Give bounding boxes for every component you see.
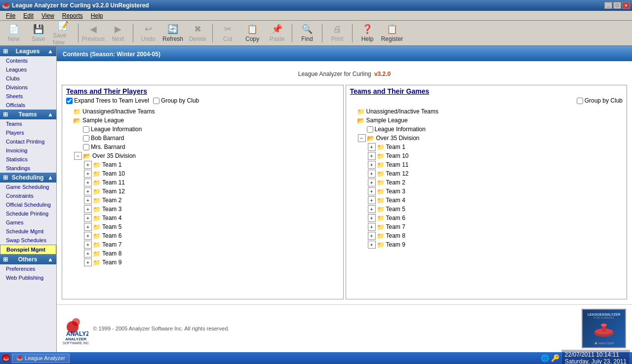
tree-node[interactable]: 📂Sample League [348,116,625,125]
menu-help[interactable]: Help [87,11,107,20]
tree-node[interactable]: +📁Team 5 [64,222,341,231]
tree-item-checkbox[interactable] [83,135,89,142]
tree-node[interactable]: +📁Team 9 [348,240,625,249]
toolbar-paste-button[interactable]: 📌 Paste [265,22,289,44]
tree-node[interactable]: +📁Team 1 [64,160,341,169]
tree-expander[interactable]: + [84,196,92,204]
close-button[interactable]: × [622,2,630,9]
sidebar-scheduling-header[interactable]: ⊞ Scheduling ▲ [0,173,56,182]
tree-node[interactable]: +📁Team 6 [348,214,625,222]
sidebar-item-preferences[interactable]: Preferences [0,264,56,273]
tree-item-checkbox[interactable] [83,144,89,150]
toolbar-refresh-button[interactable]: 🔄 Refresh [161,22,185,44]
sidebar-teams-header[interactable]: ⊞ Teams ▲ [0,109,56,119]
toolbar-copy-button[interactable]: 📋 Copy [240,22,264,44]
tree-node[interactable]: +📁Team 7 [348,222,625,231]
tree-expander[interactable]: + [368,214,376,222]
menu-reports[interactable]: Reports [58,11,87,20]
toolbar-register-button[interactable]: 📋 Register [380,22,404,44]
tree-node[interactable]: +📁Team 4 [348,196,625,205]
toolbar-previous-button[interactable]: ◀ Previous [81,22,105,44]
tree-node[interactable]: +📁Team 11 [64,178,341,187]
sidebar-item-contact-printing[interactable]: Contact Printing [0,137,56,146]
sidebar-item-schedule-printing[interactable]: Schedule Printing [0,209,56,218]
tree-expander[interactable]: + [368,179,376,186]
menu-edit[interactable]: Edit [19,11,38,20]
sidebar-item-players[interactable]: Players [0,128,56,137]
group-by-club-left-checkbox[interactable] [153,98,159,104]
sidebar-others-header[interactable]: ⊞ Others ▲ [0,255,56,264]
sidebar-item-invoicing[interactable]: Invoicing [0,146,56,155]
sidebar-item-games[interactable]: Games [0,218,56,227]
tree-node[interactable]: +📁Team 6 [64,231,341,240]
toolbar-print-button[interactable]: 🖨 Print [325,22,349,44]
tree-expander[interactable]: + [84,214,92,222]
sidebar-item-bonspiel-mgmt[interactable]: Bonspiel Mgmt [0,245,56,255]
menu-file[interactable]: File [2,11,19,20]
sidebar-item-leagues[interactable]: Leagues [0,65,56,74]
maximize-button[interactable]: □ [613,2,621,9]
sidebar-item-official-scheduling[interactable]: Official Scheduling [0,200,56,209]
tree-node[interactable]: Mrs. Barnard [64,143,341,151]
tree-node[interactable]: +📁Team 3 [348,187,625,196]
tree-node[interactable]: +📁Team 12 [64,187,341,196]
tree-expander[interactable]: + [84,179,92,186]
sidebar-item-clubs[interactable]: Clubs [0,74,56,83]
tree-expander[interactable]: + [84,232,92,240]
tree-expander[interactable]: + [368,205,376,213]
tree-node[interactable]: +📁Team 1 [348,143,625,151]
tree-node[interactable]: +📁Team 12 [348,169,625,178]
tree-node[interactable]: +📁Team 4 [64,214,341,222]
menu-view[interactable]: View [38,11,58,20]
tree-expander[interactable]: + [368,170,376,178]
sidebar-item-constraints[interactable]: Constraints [0,191,56,200]
tree-node[interactable]: +📁Team 5 [348,205,625,214]
tree-node[interactable]: −📂Over 35 Division [64,151,341,160]
toolbar-undo-button[interactable]: ↩ Undo [136,22,160,44]
toolbar-help-button[interactable]: ❓ Help [356,22,379,44]
sidebar-item-contents[interactable]: Contents [0,56,56,65]
sidebar-item-standings[interactable]: Standings [0,164,56,173]
tree-node[interactable]: League Information [64,125,341,134]
group-by-club-left-label[interactable]: Group by Club [153,97,199,104]
tree-node[interactable]: +📁Team 3 [64,205,341,214]
tree-expander[interactable]: − [74,152,82,160]
toolbar-new-button[interactable]: 📄 New [2,22,26,44]
sidebar-leagues-header[interactable]: ⊞ Leagues ▲ [0,46,56,56]
tree-expander[interactable]: + [368,161,376,169]
tree-node[interactable]: +📁Team 11 [348,160,625,169]
tree-node[interactable]: League Information [348,125,625,134]
tree-node[interactable]: +📁Team 8 [348,231,625,240]
sidebar-item-schedule-mgmt[interactable]: Schedule Mgmt [0,227,56,236]
sidebar-item-statistics[interactable]: Statistics [0,155,56,164]
tree-expander[interactable]: + [368,232,376,240]
tree-node[interactable]: 📁Unassigned/Inactive Teams [64,107,341,116]
sidebar-item-game-scheduling[interactable]: Game Scheduling [0,182,56,191]
tree-node[interactable]: 📁Unassigned/Inactive Teams [348,107,625,116]
toolbar-find-button[interactable]: 🔍 Find [295,22,319,44]
tree-node[interactable]: +📁Team 10 [64,169,341,178]
tree-node[interactable]: +📁Team 9 [64,258,341,267]
tree-expander[interactable]: + [84,161,92,169]
tree-expander[interactable]: + [368,152,376,160]
tree-expander[interactable]: + [368,223,376,231]
tree-node[interactable]: 📂Sample League [64,116,341,125]
tree-expander[interactable]: + [368,187,376,195]
toolbar-savenew-button[interactable]: 📝 Save New [51,22,75,44]
taskbar-app-button[interactable]: 🥌 League Analyzer [12,354,70,363]
tree-expander[interactable]: + [368,241,376,249]
tree-node[interactable]: +📁Team 2 [64,196,341,205]
tree-expander[interactable]: + [84,223,92,231]
tree-expander[interactable]: + [84,258,92,266]
tree-expander[interactable]: − [358,134,366,142]
expand-trees-checkbox[interactable] [66,98,73,104]
toolbar-cut-button[interactable]: ✂ Cut [216,22,239,44]
tree-node[interactable]: −📂Over 35 Division [348,134,625,143]
group-by-club-right-label[interactable]: Group by Club [577,97,623,104]
tree-node[interactable]: +📁Team 10 [348,151,625,160]
group-by-club-right-checkbox[interactable] [577,98,583,104]
sidebar-item-sheets[interactable]: Sheets [0,92,56,101]
sidebar-item-web-publishing[interactable]: Web Publishing [0,273,56,282]
minimize-button[interactable]: _ [604,2,612,9]
sidebar-item-divisions[interactable]: Divisions [0,83,56,92]
